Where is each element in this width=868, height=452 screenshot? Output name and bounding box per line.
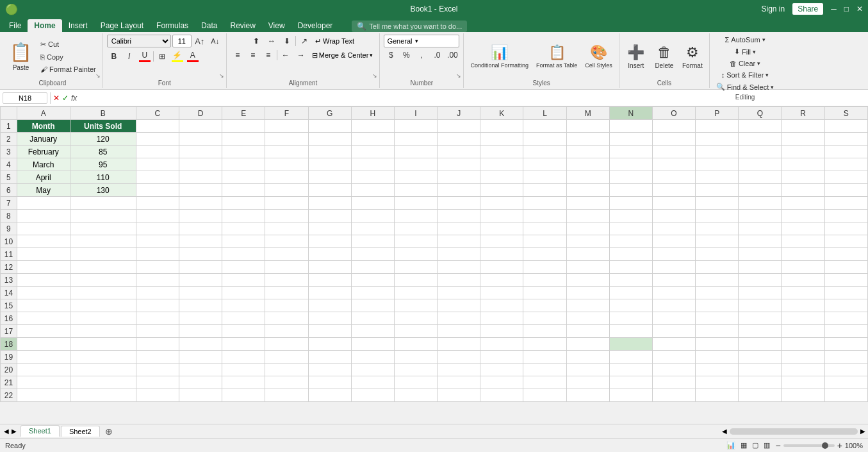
cell-M4[interactable]: [566, 158, 609, 171]
row-header-8[interactable]: 8: [1, 210, 17, 222]
sign-in-btn[interactable]: Sign in: [762, 4, 785, 13]
cell-E13[interactable]: [222, 274, 265, 287]
cell-F5[interactable]: [265, 171, 308, 184]
cell-D2[interactable]: [179, 133, 222, 146]
cell-C15[interactable]: [136, 299, 179, 312]
cell-B17[interactable]: [70, 325, 136, 338]
cell-R21[interactable]: [782, 376, 824, 389]
sheet-next-icon[interactable]: ▶: [10, 428, 18, 435]
cell-H14[interactable]: [351, 287, 394, 299]
tab-file[interactable]: File: [3, 19, 28, 32]
cell-Q12[interactable]: [739, 261, 782, 274]
cell-K4[interactable]: [480, 158, 523, 171]
cell-D7[interactable]: [179, 197, 222, 210]
cell-E14[interactable]: [222, 287, 265, 299]
cell-A14[interactable]: [17, 287, 70, 299]
add-sheet-button[interactable]: ⊕: [101, 425, 117, 438]
cell-J22[interactable]: [438, 389, 480, 402]
cell-H15[interactable]: [351, 299, 394, 312]
col-header-E[interactable]: E: [222, 107, 265, 120]
cell-I18[interactable]: [394, 338, 437, 351]
cell-C12[interactable]: [136, 261, 179, 274]
cell-G15[interactable]: [308, 299, 351, 312]
cell-L13[interactable]: [523, 274, 566, 287]
cell-C9[interactable]: [136, 222, 179, 235]
cell-E5[interactable]: [222, 171, 265, 184]
cell-R11[interactable]: [782, 248, 824, 261]
cell-C6[interactable]: [136, 184, 179, 197]
cell-E10[interactable]: [222, 235, 265, 248]
row-header-2[interactable]: 2: [1, 133, 17, 146]
cell-Q20[interactable]: [739, 364, 782, 376]
cell-I2[interactable]: [394, 133, 437, 146]
cell-A15[interactable]: [17, 299, 70, 312]
merge-center-button[interactable]: ⊟ Merge & Center ▾: [309, 50, 376, 61]
cell-H22[interactable]: [351, 389, 394, 402]
cell-M15[interactable]: [566, 299, 609, 312]
cell-M16[interactable]: [566, 312, 609, 325]
col-header-Q[interactable]: Q: [739, 107, 782, 120]
cell-E6[interactable]: [222, 184, 265, 197]
cell-R15[interactable]: [782, 299, 824, 312]
cell-F22[interactable]: [265, 389, 308, 402]
cell-N15[interactable]: [609, 299, 652, 312]
row-header-20[interactable]: 20: [1, 364, 17, 376]
cell-Q9[interactable]: [739, 222, 782, 235]
cell-M7[interactable]: [566, 197, 609, 210]
cell-G18[interactable]: [308, 338, 351, 351]
cell-N12[interactable]: [609, 261, 652, 274]
cell-M5[interactable]: [566, 171, 609, 184]
cell-K2[interactable]: [480, 133, 523, 146]
decrease-decimal-btn[interactable]: .0: [430, 49, 444, 62]
font-size-input[interactable]: [172, 35, 192, 47]
cell-Q11[interactable]: [739, 248, 782, 261]
cell-A9[interactable]: [17, 222, 70, 235]
cell-E16[interactable]: [222, 312, 265, 325]
cell-B11[interactable]: [70, 248, 136, 261]
cell-S3[interactable]: [824, 146, 867, 158]
cell-I16[interactable]: [394, 312, 437, 325]
cell-P22[interactable]: [696, 389, 739, 402]
cell-S15[interactable]: [824, 299, 867, 312]
cell-J15[interactable]: [438, 299, 480, 312]
cell-O7[interactable]: [652, 197, 695, 210]
cell-O12[interactable]: [652, 261, 695, 274]
cell-D18[interactable]: [179, 338, 222, 351]
cell-A11[interactable]: [17, 248, 70, 261]
cell-F7[interactable]: [265, 197, 308, 210]
cell-F1[interactable]: [265, 120, 308, 133]
cell-G20[interactable]: [308, 364, 351, 376]
cell-A10[interactable]: [17, 235, 70, 248]
cell-K17[interactable]: [480, 325, 523, 338]
cell-J5[interactable]: [438, 171, 480, 184]
cell-S2[interactable]: [824, 133, 867, 146]
cell-C18[interactable]: [136, 338, 179, 351]
cell-Q7[interactable]: [739, 197, 782, 210]
cell-O15[interactable]: [652, 299, 695, 312]
cell-P7[interactable]: [696, 197, 739, 210]
cell-E4[interactable]: [222, 158, 265, 171]
cell-S11[interactable]: [824, 248, 867, 261]
clear-button[interactable]: 🗑 Clear ▾: [727, 58, 763, 69]
increase-decimal-btn[interactable]: .00: [445, 49, 459, 62]
cell-Q2[interactable]: [739, 133, 782, 146]
row-header-22[interactable]: 22: [1, 389, 17, 402]
format-as-table-button[interactable]: 📋 Format as Table: [534, 35, 580, 78]
cell-L3[interactable]: [523, 146, 566, 158]
cell-J11[interactable]: [438, 248, 480, 261]
cell-D21[interactable]: [179, 376, 222, 389]
cell-D10[interactable]: [179, 235, 222, 248]
col-header-N[interactable]: N: [609, 107, 652, 120]
cell-R4[interactable]: [782, 158, 824, 171]
cell-Q14[interactable]: [739, 287, 782, 299]
cell-P12[interactable]: [696, 261, 739, 274]
cell-J8[interactable]: [438, 210, 480, 222]
cell-B15[interactable]: [70, 299, 136, 312]
cell-F20[interactable]: [265, 364, 308, 376]
cell-reference-input[interactable]: [3, 92, 47, 104]
cell-R10[interactable]: [782, 235, 824, 248]
cell-N22[interactable]: [609, 389, 652, 402]
cell-O2[interactable]: [652, 133, 695, 146]
cell-Q19[interactable]: [739, 351, 782, 364]
sheet-tab-sheet1[interactable]: Sheet1: [20, 425, 60, 437]
